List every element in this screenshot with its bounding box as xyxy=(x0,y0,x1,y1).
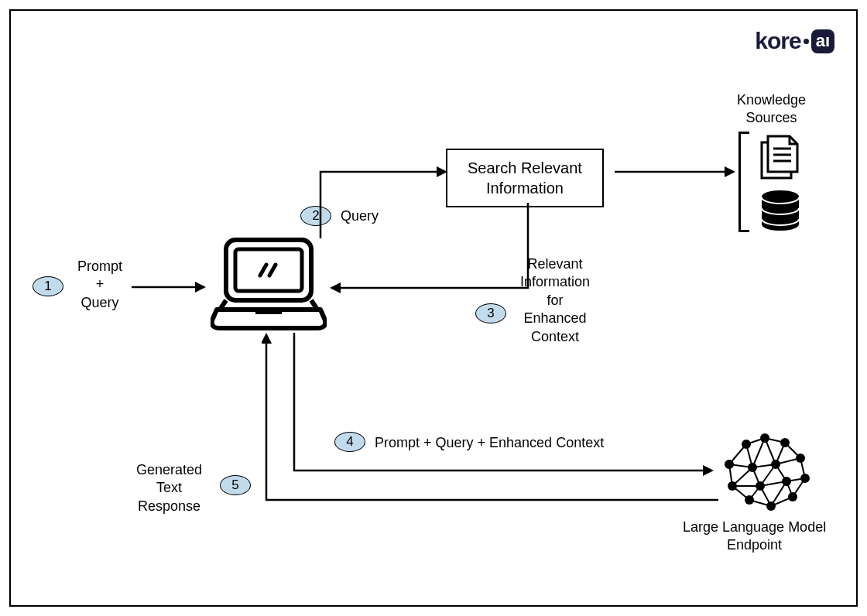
search-box-line1: Search Relevant xyxy=(468,158,582,178)
step-badge-5: 5 xyxy=(220,475,251,495)
arrow-to-knowledge xyxy=(615,164,737,180)
svg-rect-8 xyxy=(255,310,282,314)
arrow-step-5 xyxy=(262,331,723,508)
knowledge-bracket xyxy=(738,132,749,232)
svg-point-61 xyxy=(771,460,780,469)
brand-logo: koreaı xyxy=(755,28,834,54)
svg-point-54 xyxy=(796,453,805,463)
step-3: 3 xyxy=(475,303,506,323)
svg-marker-1 xyxy=(195,282,206,293)
step-5-label: Generated Text Response xyxy=(136,461,202,515)
documents-icon xyxy=(759,133,800,181)
svg-point-57 xyxy=(766,501,776,511)
svg-point-50 xyxy=(725,460,734,469)
svg-rect-3 xyxy=(235,249,302,291)
neural-network-icon xyxy=(714,430,814,515)
svg-point-55 xyxy=(800,474,810,483)
svg-point-56 xyxy=(788,492,797,501)
svg-marker-19 xyxy=(330,282,341,293)
svg-marker-21 xyxy=(262,333,272,344)
svg-point-63 xyxy=(782,477,791,486)
step-1-label: Prompt + Query xyxy=(77,258,122,312)
svg-point-53 xyxy=(780,438,790,447)
brand-text: kore xyxy=(755,28,800,53)
laptop-icon xyxy=(211,235,327,334)
search-box-line2: Information xyxy=(468,178,582,198)
search-box: Search Relevant Information xyxy=(446,149,604,207)
svg-point-60 xyxy=(748,463,757,472)
step-badge-3: 3 xyxy=(475,303,506,323)
step-1: 1 xyxy=(33,276,63,296)
step-5: 5 xyxy=(220,475,251,495)
arrow-step-1 xyxy=(132,279,206,295)
svg-line-4 xyxy=(260,265,266,275)
svg-point-51 xyxy=(742,440,751,449)
svg-point-59 xyxy=(728,481,737,491)
arrow-step-3 xyxy=(328,203,533,296)
svg-point-62 xyxy=(756,481,765,491)
database-icon xyxy=(759,189,802,232)
svg-point-58 xyxy=(745,495,754,505)
svg-marker-11 xyxy=(725,166,735,177)
step-badge-1: 1 xyxy=(33,276,63,296)
svg-point-52 xyxy=(760,433,769,443)
knowledge-sources-label: Knowledge Sources xyxy=(737,91,806,128)
brand-suffix: aı xyxy=(811,29,834,53)
brand-dot-icon xyxy=(804,39,809,44)
svg-line-34 xyxy=(752,438,765,467)
diagram-canvas: koreaı 1 Prompt + Query 2 Query xyxy=(9,9,858,607)
svg-line-5 xyxy=(269,265,276,275)
llm-endpoint-label: Large Language Model Endpoint xyxy=(683,518,826,555)
